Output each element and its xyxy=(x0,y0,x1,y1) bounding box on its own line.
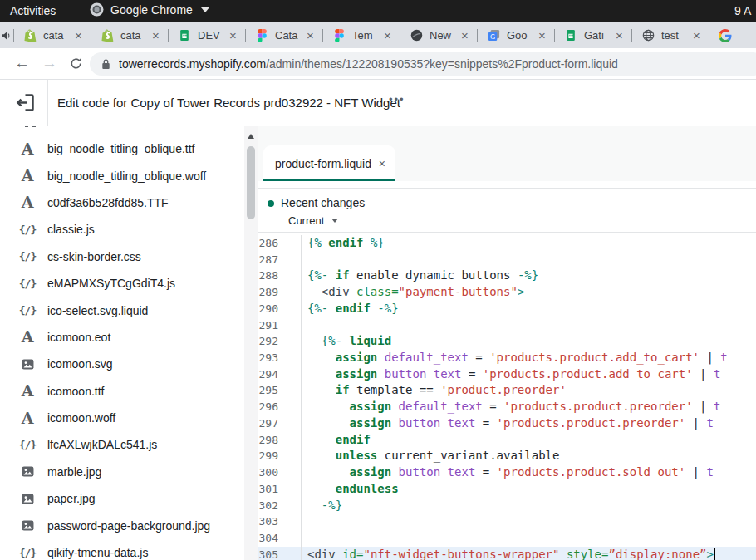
tab-close-icon[interactable]: × xyxy=(72,28,85,42)
forward-button[interactable]: → xyxy=(42,54,57,72)
code-line[interactable]: assign button_text = 'products.product.p… xyxy=(302,415,756,432)
code-row[interactable]: 287 xyxy=(258,252,756,268)
editor-file-tab[interactable]: product-form.liquid × xyxy=(263,145,395,181)
file-item[interactable]: icomoon.svg xyxy=(0,351,243,377)
code-line[interactable]: -%} xyxy=(302,498,756,514)
browser-tab[interactable]: New× xyxy=(401,22,476,48)
tab-close-icon[interactable]: × xyxy=(459,28,471,42)
code-row[interactable]: 288{%- if enable_dynamic_buttons -%} xyxy=(258,268,756,284)
scroll-up-arrow-icon[interactable] xyxy=(248,134,254,139)
tab-close-icon[interactable]: × xyxy=(304,28,317,42)
file-item[interactable]: Abig_noodle_titling_oblique.ttf xyxy=(0,135,243,162)
tab-close-icon[interactable]: × xyxy=(227,28,239,42)
code-line[interactable]: endunless xyxy=(302,481,756,498)
image-file-icon xyxy=(15,359,40,370)
browser-tab[interactable]: DEV× xyxy=(169,22,244,48)
code-line[interactable]: if template == 'product.preorder' xyxy=(302,382,756,399)
code-line[interactable]: {%- liquid xyxy=(302,333,756,350)
code-row[interactable]: 298 endif xyxy=(258,432,756,449)
code-editor[interactable]: 286{% endif %}287288{%- if enable_dynami… xyxy=(258,233,756,560)
file-item[interactable]: {/}eMAPMXSyTCgGdiT4.js xyxy=(0,270,243,297)
code-row[interactable]: 297 assign button_text = 'products.produ… xyxy=(258,415,756,432)
code-row[interactable]: 290{%- endif -%} xyxy=(258,301,756,317)
browser-tab[interactable]: Gati× xyxy=(556,22,631,48)
browser-tab[interactable]: Tem× xyxy=(324,22,399,48)
browser-tab[interactable] xyxy=(710,22,756,48)
file-item[interactable]: Aicomoon.eot xyxy=(0,324,243,351)
code-row[interactable]: 295 if template == 'product.preorder' xyxy=(258,382,756,399)
file-item[interactable]: {/}qikify-tmenu-data.js xyxy=(0,539,243,560)
version-dropdown[interactable]: Current xyxy=(288,214,338,227)
file-name: big_noodle_titling_oblique.woff xyxy=(47,169,206,183)
file-item[interactable]: Aicomoon.woff xyxy=(0,405,243,431)
code-row[interactable]: 286{% endif %} xyxy=(258,235,756,252)
code-line[interactable] xyxy=(302,530,756,547)
browser-tab[interactable]: Cata× xyxy=(247,22,322,48)
code-row[interactable]: 291 xyxy=(258,317,756,334)
code-line[interactable]: {% endif %} xyxy=(302,235,756,252)
reload-button[interactable] xyxy=(69,56,83,74)
code-row[interactable]: 294 assign button_text = 'products.produ… xyxy=(258,366,756,383)
code-row[interactable]: 296 assign default_text = 'products.prod… xyxy=(258,399,756,415)
tab-close-icon[interactable]: × xyxy=(381,28,394,42)
file-item[interactable]: {/}classie.js xyxy=(0,216,243,243)
file-item[interactable]: Ac0df3a6b528fdd85.TTF xyxy=(0,189,243,216)
code-line[interactable] xyxy=(302,317,756,334)
file-item[interactable]: {/}cs-skin-border.css xyxy=(0,243,243,270)
code-line[interactable]: assign default_text = 'products.product.… xyxy=(302,350,756,366)
file-item[interactable]: paper.jpg xyxy=(0,485,243,512)
browser-tab[interactable]: test× xyxy=(633,22,708,48)
image-file-icon xyxy=(15,520,40,531)
code-file-icon: {/} xyxy=(15,250,40,263)
file-item[interactable]: marble.jpg xyxy=(0,459,243,485)
code-row[interactable]: 304 xyxy=(258,530,756,547)
code-row[interactable]: 301 endunless xyxy=(258,481,756,498)
browser-tab[interactable]: cata× xyxy=(15,22,90,48)
code-row[interactable]: 299 unless current_variant.available xyxy=(258,448,756,464)
file-item[interactable]: password-page-background.jpg xyxy=(0,512,243,538)
code-line[interactable]: {%- endif -%} xyxy=(302,301,756,317)
code-line[interactable]: {%- if enable_dynamic_buttons -%} xyxy=(302,268,756,284)
file-item[interactable]: {/}lfcAXLwjkDALc541.js xyxy=(0,431,243,458)
file-item[interactable]: {/}ico-select.svg.liquid xyxy=(0,297,243,323)
tab-close-icon[interactable]: × xyxy=(613,28,626,42)
code-row[interactable]: 305<div id="nft-widget-buttons-wrapper" … xyxy=(258,547,756,560)
code-row[interactable]: 303 xyxy=(258,513,756,530)
lock-icon[interactable] xyxy=(101,58,110,70)
code-line[interactable] xyxy=(302,513,756,530)
code-line[interactable]: <div class="payment-buttons"> xyxy=(302,284,756,301)
tab-close-icon[interactable]: × xyxy=(690,28,703,42)
code-line[interactable] xyxy=(302,252,756,268)
audio-speaker-icon[interactable] xyxy=(0,30,12,42)
code-line[interactable]: unless current_variant.available xyxy=(302,448,756,464)
app-menu[interactable]: Google Chrome xyxy=(90,2,209,17)
sidebar-scrollbar[interactable] xyxy=(244,126,258,560)
font-file-icon: A xyxy=(15,410,40,426)
file-item[interactable]: Aicomoon.ttf xyxy=(0,378,243,405)
code-line[interactable]: assign button_text = 'products.product.s… xyxy=(302,464,756,481)
exit-code-editor-button[interactable] xyxy=(14,91,37,114)
shopify-icon xyxy=(101,29,114,42)
code-line[interactable]: <div id="nft-widget-buttons-wrapper" sty… xyxy=(302,547,756,560)
browser-tab[interactable]: GGoo× xyxy=(479,22,553,48)
file-item[interactable]: Abig_noodle_titling_oblique.woff xyxy=(0,162,243,189)
code-row[interactable]: 302 -%} xyxy=(258,498,756,514)
code-row[interactable]: 289 <div class="payment-buttons"> xyxy=(258,284,756,301)
close-icon[interactable]: × xyxy=(379,157,385,170)
code-line[interactable]: assign default_text = 'products.product.… xyxy=(302,399,756,415)
line-number: 305 xyxy=(258,547,302,560)
address-bar[interactable]: towerrecords.myshopify.com/admin/themes/… xyxy=(90,52,756,76)
code-row[interactable]: 300 assign button_text = 'products.produ… xyxy=(258,464,756,481)
code-row[interactable]: 292 {%- liquid xyxy=(258,333,756,350)
tab-close-icon[interactable]: × xyxy=(150,28,162,42)
tab-title: test xyxy=(661,29,690,42)
scrollbar-thumb[interactable] xyxy=(247,146,255,219)
code-row[interactable]: 293 assign default_text = 'products.prod… xyxy=(258,350,756,366)
code-line[interactable]: assign button_text = 'products.product.a… xyxy=(302,366,756,383)
activities-button[interactable]: Activities xyxy=(10,4,56,17)
tab-close-icon[interactable]: × xyxy=(536,28,548,42)
code-line[interactable]: endif xyxy=(302,432,756,449)
more-menu-button[interactable]: ••• xyxy=(389,93,405,106)
browser-tab[interactable]: cata× xyxy=(92,22,167,48)
back-button[interactable]: ← xyxy=(14,54,30,72)
